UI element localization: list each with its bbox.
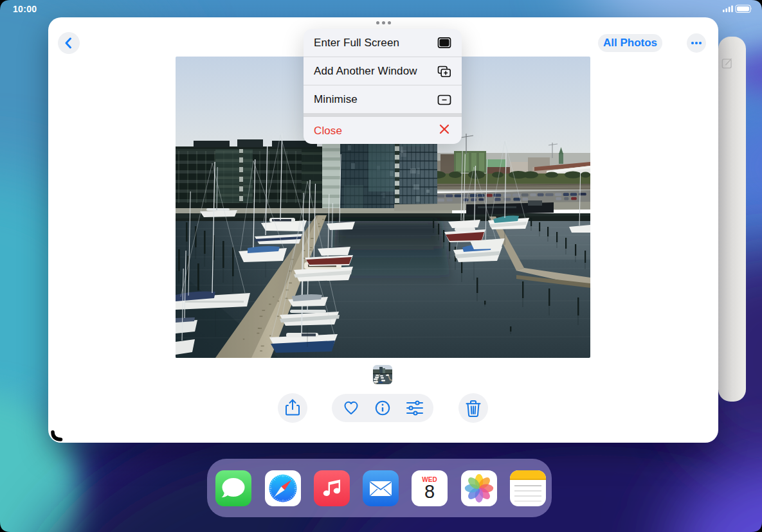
- svg-text:8: 8: [424, 481, 435, 502]
